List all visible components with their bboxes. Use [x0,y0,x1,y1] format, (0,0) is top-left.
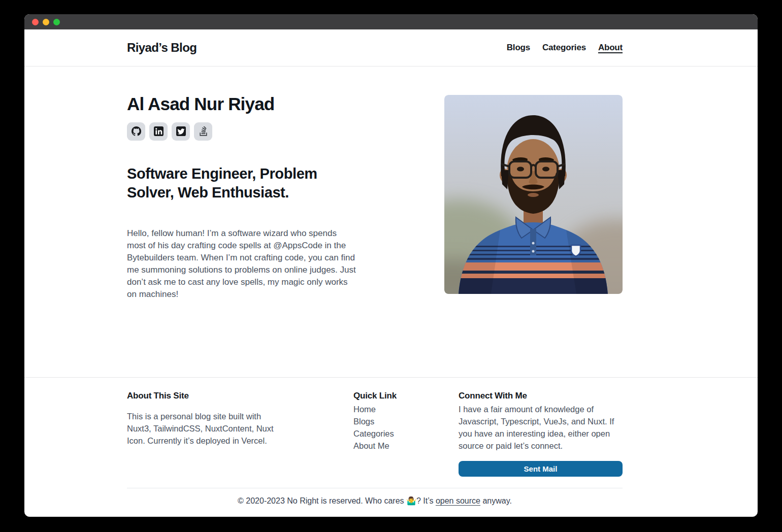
copyright-suffix: anyway. [480,496,512,505]
sent-mail-button[interactable]: Sent Mail [459,461,623,477]
main-nav: Blogs Categories About [507,43,623,53]
footer-about-title: About This Site [127,391,279,401]
quick-link-categories[interactable]: Categories [353,427,430,440]
quick-link-blogs[interactable]: Blogs [353,415,430,427]
footer-connect-title: Connect With Me [459,391,623,401]
maximize-window-button[interactable] [53,19,60,25]
nav-item-categories[interactable]: Categories [542,43,586,53]
copyright-prefix: © 2020-2023 No Right is reserved. Who ca… [238,496,436,505]
hero-section: Al Asad Nur Riyad [127,66,623,301]
headline: Software Engineer, Problem Solver, Web E… [127,164,345,202]
footer-divider [127,488,623,488]
minimize-window-button[interactable] [43,19,49,25]
site-brand[interactable]: Riyad’s Blog [127,41,197,55]
copyright-line: © 2020-2023 No Right is reserved. Who ca… [127,496,623,506]
footer-connect-text: I have a fair amount of knowledge of Jav… [459,403,623,452]
footer-quicklink-column: Quick Link Home Blogs Categories About M… [353,391,430,477]
nav-item-blogs[interactable]: Blogs [507,43,530,53]
site-header: Riyad’s Blog Blogs Categories About [24,29,758,66]
stackoverflow-icon [199,126,208,136]
footer-connect-column: Connect With Me I have a fair amount of … [459,391,623,477]
profile-photo [444,95,623,294]
bio-paragraph: Hello, fellow human! I’m a software wiza… [127,227,356,301]
social-links-row [127,122,356,141]
social-link-stackoverflow[interactable] [194,122,212,141]
footer-about-text: This is a personal blog site built with … [127,410,279,447]
footer-about-column: About This Site This is a personal blog … [127,391,279,477]
footer-quicklink-title: Quick Link [353,391,430,401]
open-source-link[interactable]: open source [436,496,480,505]
social-link-twitter[interactable] [172,122,190,141]
twitter-icon [176,126,186,136]
linkedin-icon [154,126,164,136]
social-link-github[interactable] [127,122,145,141]
quick-link-list: Home Blogs Categories About Me [353,403,430,452]
person-name-heading: Al Asad Nur Riyad [127,95,356,114]
quick-link-about-me[interactable]: About Me [353,440,430,452]
window-titlebar [24,14,758,29]
github-icon [132,126,141,136]
hero-text-column: Al Asad Nur Riyad [127,95,356,301]
site-footer: About This Site This is a personal blog … [24,377,758,517]
quick-link-home[interactable]: Home [353,403,430,415]
close-window-button[interactable] [32,19,39,25]
nav-item-about[interactable]: About [598,43,623,53]
social-link-linkedin[interactable] [149,122,168,141]
main-content: Al Asad Nur Riyad [24,66,758,377]
browser-window: Riyad’s Blog Blogs Categories About Al A… [24,14,758,517]
